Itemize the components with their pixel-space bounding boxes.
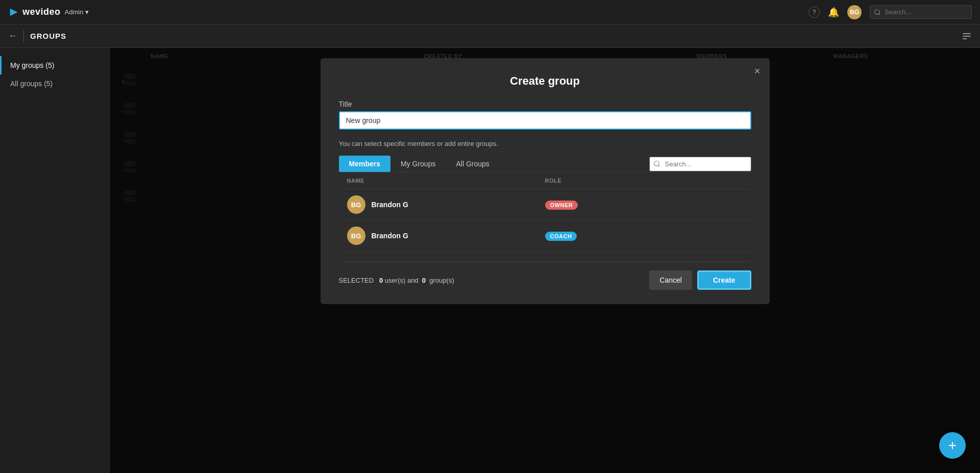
member-info: BG Brandon G — [347, 227, 545, 245]
svg-point-1 — [875, 9, 879, 14]
groups-label: group(s) — [429, 277, 454, 284]
sidebar-label-my-groups: My groups (5) — [10, 61, 54, 69]
sidebar-item-my-groups[interactable]: My groups (5) — [0, 56, 109, 74]
back-button[interactable]: ← — [8, 31, 17, 41]
content-area: NAME CREATED BY MEMBERS MANAGERS ★ — [110, 48, 980, 473]
bell-icon[interactable]: 🔔 — [828, 7, 839, 18]
search-icon — [874, 9, 881, 16]
logo-icon — [8, 7, 19, 18]
svg-line-33 — [658, 165, 659, 167]
cancel-button[interactable]: Cancel — [649, 270, 692, 290]
members-table-header: NAME ROLE — [339, 172, 751, 189]
logo-text[interactable]: wevideo — [22, 7, 61, 17]
fab-icon: + — [948, 437, 957, 454]
list-view-icon[interactable] — [962, 31, 972, 41]
sidebar-item-all-groups[interactable]: All groups (5) — [0, 74, 109, 93]
admin-label: Admin — [65, 8, 84, 16]
svg-line-2 — [879, 13, 880, 15]
sub-nav-right — [962, 31, 972, 41]
nav-left: wevideo Admin ▾ — [8, 7, 89, 18]
page-title: GROUPS — [30, 32, 66, 40]
tabs: Members My Groups All Groups — [339, 156, 500, 172]
svg-marker-0 — [10, 8, 18, 16]
svg-point-32 — [654, 161, 658, 166]
member-role: COACH — [545, 231, 743, 241]
tabs-row: Members My Groups All Groups — [339, 156, 751, 172]
tab-all-groups[interactable]: All Groups — [446, 156, 499, 172]
footer-buttons: Cancel Create — [649, 270, 751, 290]
selected-info: SELECTED 0 user(s) and 0 group(s) — [339, 277, 454, 284]
sidebar: My groups (5) All groups (5) — [0, 48, 110, 473]
tab-my-groups[interactable]: My Groups — [390, 156, 446, 172]
tab-search-icon — [653, 160, 660, 167]
selected-label: SELECTED — [339, 277, 374, 284]
member-avatar: BG — [347, 227, 365, 245]
member-row[interactable]: BG Brandon G COACH — [339, 220, 751, 252]
create-group-modal: × Create group Title You can select spec… — [321, 58, 770, 304]
user-avatar[interactable]: BG — [847, 5, 862, 19]
main-layout: My groups (5) All groups (5) NAME CREATE… — [0, 48, 980, 473]
member-role: OWNER — [545, 200, 743, 210]
tab-search-input[interactable] — [649, 157, 751, 171]
title-form-label: Title — [339, 100, 751, 108]
members-col-role: ROLE — [545, 178, 743, 184]
tab-search — [649, 157, 751, 171]
chevron-icon: ▾ — [85, 8, 89, 16]
logo[interactable]: wevideo — [8, 7, 61, 18]
nav-right: ? 🔔 BG — [808, 5, 972, 19]
member-avatar: BG — [347, 195, 365, 214]
member-name: Brandon G — [372, 201, 408, 209]
nav-divider — [23, 30, 24, 42]
fab-button[interactable]: + — [939, 432, 966, 459]
sub-nav: ← GROUPS — [0, 24, 980, 48]
member-info: BG Brandon G — [347, 195, 545, 214]
members-col-name: NAME — [347, 178, 545, 184]
role-badge-owner: OWNER — [545, 201, 578, 210]
members-table: NAME ROLE BG Brandon G OWNER — [339, 172, 751, 252]
admin-dropdown[interactable]: Admin ▾ — [65, 8, 89, 16]
top-search-input[interactable] — [870, 5, 972, 19]
users-label: user(s) and — [385, 277, 419, 284]
search-wrapper — [870, 5, 972, 19]
group-title-input[interactable] — [339, 111, 751, 130]
modal-overlay: × Create group Title You can select spec… — [110, 48, 980, 473]
tab-members[interactable]: Members — [339, 156, 390, 172]
member-row[interactable]: BG Brandon G OWNER — [339, 189, 751, 220]
top-nav: wevideo Admin ▾ ? 🔔 BG — [0, 0, 980, 24]
tab-search-wrapper — [649, 157, 751, 171]
selected-groups: 0 — [422, 277, 426, 284]
role-badge-coach: COACH — [545, 232, 577, 241]
modal-title: Create group — [339, 74, 751, 88]
member-name: Brandon G — [372, 232, 408, 240]
selected-users: 0 — [379, 277, 383, 284]
info-text: You can select specific members or add e… — [339, 140, 751, 147]
create-button[interactable]: Create — [697, 270, 751, 290]
help-icon[interactable]: ? — [808, 7, 820, 18]
modal-footer: SELECTED 0 user(s) and 0 group(s) Cancel… — [339, 262, 751, 290]
modal-close-button[interactable]: × — [754, 65, 761, 77]
sidebar-label-all-groups: All groups (5) — [10, 80, 53, 88]
